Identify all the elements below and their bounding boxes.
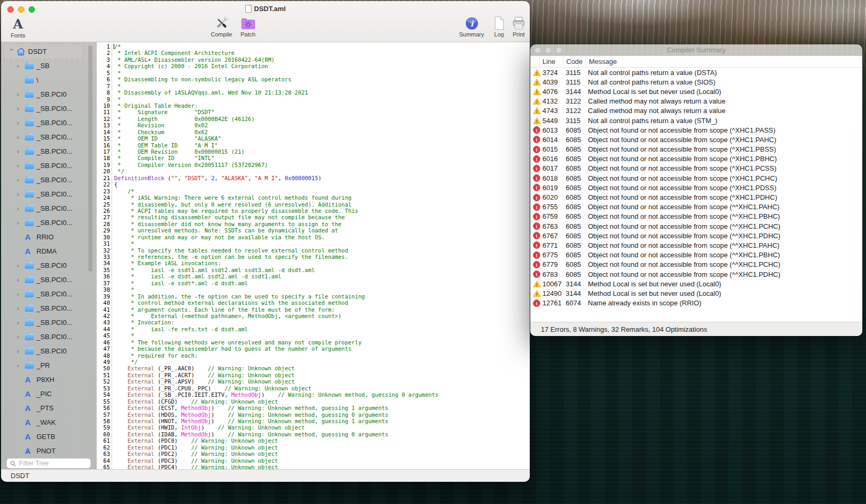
- chevron-right-icon[interactable]: ›: [17, 319, 25, 326]
- code-line[interactable]: 62 External (PDC1) // Warning: Unknown o…: [97, 444, 530, 451]
- fonts-button[interactable]: A Fonts: [5, 17, 31, 39]
- code-line[interactable]: 49 */: [97, 359, 530, 365]
- chevron-right-icon[interactable]: ›: [17, 219, 25, 227]
- sidebar-item-wak[interactable]: A_WAK: [1, 415, 96, 430]
- code-line[interactable]: 4 * Copyright (c) 2000 - 2016 Intel Corp…: [97, 63, 530, 69]
- chevron-right-icon[interactable]: ›: [17, 191, 25, 198]
- sidebar-item-sbpci0[interactable]: ›_SB.PCI0...: [1, 273, 96, 287]
- sidebar-item-p8xh[interactable]: AP8XH: [1, 372, 96, 387]
- code-line[interactable]: 46 * The following methods were unresolv…: [97, 339, 530, 346]
- code-line[interactable]: 8 * Disassembly of iASLAQVqqs.aml, Wed N…: [97, 89, 530, 96]
- sidebar-item-sbpci0[interactable]: ›_SB.PCI0...: [1, 201, 96, 216]
- code-line[interactable]: 60 External (IDAB, MethodObj) // Warning…: [97, 431, 530, 437]
- sidebar-item-pnot[interactable]: APNOT: [1, 444, 96, 458]
- compiler-summary-titlebar[interactable]: Compiler Summary: [530, 44, 862, 56]
- sidebar-item-sbpci0[interactable]: ›_SB.PCI0...: [1, 144, 96, 158]
- chevron-right-icon[interactable]: ›: [17, 262, 25, 269]
- summary-row[interactable]: !67756085Object not found or not accessi…: [530, 250, 862, 260]
- summary-row[interactable]: !40763144Method Local is set but never u…: [530, 87, 862, 96]
- code-line[interactable]: 12 * Length 0x0000B42E (46126): [97, 116, 530, 122]
- summary-row[interactable]: !67556085Object not found or not accessi…: [530, 202, 862, 212]
- sidebar-item-sbpci0[interactable]: ›_SB.PCI0: [1, 344, 96, 358]
- summary-row[interactable]: !124903144Method Local is set but never …: [530, 288, 862, 298]
- sidebar-item-sbpci0[interactable]: ›_SB.PCI0: [1, 258, 96, 273]
- summary-row[interactable]: !67836085Object not found or not accessi…: [530, 269, 862, 279]
- sidebar-item-sbpci0[interactable]: ›_SB.PCI0...: [1, 173, 96, 187]
- sidebar-item-sbpci0[interactable]: ›_SB.PCI0...: [1, 130, 96, 144]
- message-column-header[interactable]: Message: [586, 55, 862, 67]
- summary-row[interactable]: !67676085Object not found or not accessi…: [530, 231, 862, 240]
- code-line[interactable]: 13 * Revision 0x02: [97, 122, 530, 128]
- code-line[interactable]: 34 * Example iASL invocations:: [97, 260, 530, 266]
- code-line[interactable]: 58 External (HNOT, MethodObj) // Warning…: [97, 418, 530, 424]
- code-line[interactable]: 59 External (HWID, IntObj) // Warning: U…: [97, 424, 530, 431]
- code-line[interactable]: 25 * disassembly, but only 0 were resolv…: [97, 201, 530, 208]
- editor-window-titlebar[interactable]: DSDT.aml A Fonts: [1, 1, 530, 42]
- code-line[interactable]: 56 External (ECST, MethodObj) // Warning…: [97, 405, 530, 411]
- sidebar-item-sbpci0[interactable]: ›_SB.PCI0...: [1, 330, 96, 344]
- close-button[interactable]: [535, 47, 541, 53]
- chevron-right-icon[interactable]: ›: [17, 305, 25, 312]
- summary-row[interactable]: !60136085Object not found or not accessi…: [530, 125, 862, 135]
- code-line[interactable]: 20 */: [97, 168, 530, 174]
- code-line[interactable]: 54 External (_SB_.PCI0.IEIT.EITV, Method…: [97, 391, 530, 398]
- sidebar-item-sbpci0[interactable]: ›_SB.PCI0: [1, 87, 96, 101]
- chevron-right-icon[interactable]: ›: [17, 148, 25, 155]
- summary-row[interactable]: !60146085Object not found or not accessi…: [530, 135, 862, 144]
- code-line[interactable]: 16 * OEM Table ID "A M I": [97, 142, 530, 148]
- code-line[interactable]: 57 External (HDOS, MethodObj) // Warning…: [97, 412, 530, 418]
- sidebar-item-rdma[interactable]: ARDMA: [1, 244, 96, 258]
- chevron-right-icon[interactable]: ›: [17, 176, 25, 184]
- code-line[interactable]: 5 *: [97, 70, 530, 76]
- summary-row[interactable]: !60156085Object not found or not accessi…: [530, 145, 862, 154]
- code-line[interactable]: 2 * Intel ACPI Component Architecture: [97, 50, 530, 56]
- code-line[interactable]: 55 External (CFGD) // Warning: Unknown o…: [97, 398, 530, 405]
- code-line[interactable]: 17 * OEM Revision 0x00000015 (21): [97, 148, 530, 155]
- sidebar-item-sbpci0[interactable]: ›_SB.PCI0...: [1, 116, 96, 130]
- log-button[interactable]: Log: [492, 16, 506, 38]
- sidebar-item-sbpci0[interactable]: ›_SB.PCI0...: [1, 101, 96, 116]
- code-line[interactable]: 51 External (_PR_.ACRT) // Warning: Unkn…: [97, 372, 530, 378]
- summary-row[interactable]: !54493115Not all control paths return a …: [530, 116, 862, 125]
- code-line[interactable]: 37 * iasl -e ssdt*.aml -d dsdt.aml: [97, 280, 530, 286]
- code-line[interactable]: 45 *: [97, 332, 530, 339]
- chevron-right-icon[interactable]: ›: [17, 348, 25, 355]
- summary-row[interactable]: !60176085Object not found or not accessi…: [530, 164, 862, 173]
- chevron-right-icon[interactable]: ›: [17, 91, 25, 98]
- sidebar-item-sb[interactable]: ›_SB: [1, 59, 96, 73]
- print-button[interactable]: Print: [510, 16, 528, 38]
- code-line[interactable]: 29 * unresolved methods. Note: SSDTs can…: [97, 227, 530, 234]
- code-line[interactable]: 63 External (PDC2) // Warning: Unknown o…: [97, 451, 530, 457]
- code-line[interactable]: 32 * To specify the tables needed to res…: [97, 247, 530, 254]
- code-line[interactable]: 50 External (_PR_.AAC0) // Warning: Unkn…: [97, 365, 530, 371]
- chevron-down-icon[interactable]: ›: [8, 49, 15, 55]
- summary-row[interactable]: !67716085Object not found or not accessi…: [530, 240, 862, 250]
- code-line[interactable]: 24 * iASL Warning: There were 6 external…: [97, 194, 530, 201]
- summary-row[interactable]: !60206085Object not found or not accessi…: [530, 192, 862, 202]
- chevron-right-icon[interactable]: ›: [17, 205, 25, 212]
- code-line[interactable]: 31 *: [97, 240, 530, 247]
- chevron-right-icon[interactable]: ›: [17, 162, 25, 170]
- code-line[interactable]: 11 * Signature "DSDT": [97, 109, 530, 115]
- code-line[interactable]: 27 * resulting disassembler output file …: [97, 214, 530, 220]
- code-line[interactable]: 19 * Compiler Version 0x20051117 (537202…: [97, 162, 530, 168]
- summary-row[interactable]: !60186085Object not found or not accessi…: [530, 173, 862, 183]
- sidebar-item-rrio[interactable]: ARRIO: [1, 230, 96, 244]
- code-editor[interactable]: 1/*2 * Intel ACPI Component Architecture…: [97, 42, 530, 470]
- sidebar-item-pr[interactable]: ›_PR: [1, 358, 96, 372]
- chevron-right-icon[interactable]: ›: [17, 276, 25, 284]
- sidebar-item-getb[interactable]: AGETB: [1, 430, 96, 444]
- code-line[interactable]: 53 External (_PR_.CPU0._PPC) // Warning:…: [97, 385, 530, 391]
- summary-row[interactable]: !60166085Object not found or not accessi…: [530, 154, 862, 164]
- code-line[interactable]: 44 * iasl -fe refs.txt -d dsdt.aml: [97, 326, 530, 332]
- summary-row[interactable]: !41323122Called method may not always re…: [530, 97, 862, 106]
- line-column-header[interactable]: Line: [540, 55, 564, 67]
- code-line[interactable]: 40 * control method external declaration…: [97, 300, 530, 306]
- code-line[interactable]: 33 * references, the -e option can be us…: [97, 254, 530, 260]
- chevron-right-icon[interactable]: ›: [17, 62, 25, 70]
- summary-row[interactable]: !100673144Method Local is set but never …: [530, 279, 862, 288]
- code-line[interactable]: 3 * AML/ASL+ Disassembler version 201604…: [97, 57, 530, 63]
- severity-column-header[interactable]: [530, 55, 540, 67]
- sidebar-item-sbpci0[interactable]: ›_SB.PCI0...: [1, 216, 96, 230]
- summary-button[interactable]: i Summary: [458, 16, 485, 38]
